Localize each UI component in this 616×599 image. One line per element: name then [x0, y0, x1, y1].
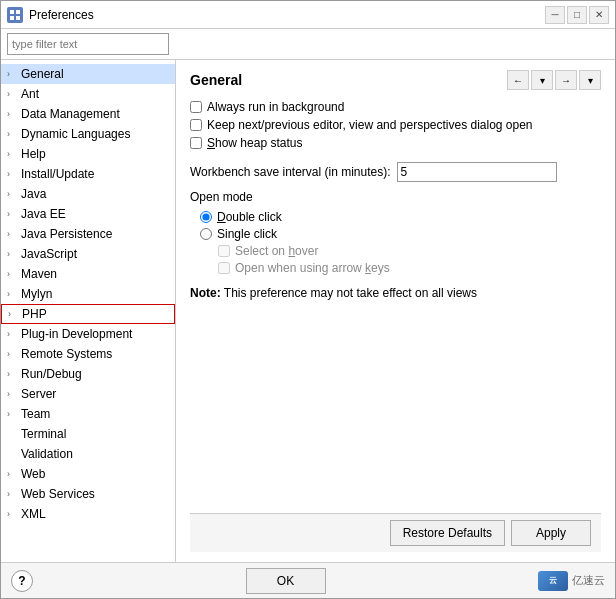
- sidebar-item-general[interactable]: › General: [1, 64, 175, 84]
- title-bar-left: Preferences: [7, 7, 94, 23]
- sidebar-item-label: Server: [21, 387, 56, 401]
- sidebar-item-label: Run/Debug: [21, 367, 82, 381]
- chevron-right-icon: ›: [7, 469, 17, 479]
- sidebar-item-ant[interactable]: › Ant: [1, 84, 175, 104]
- sidebar-item-dynamic-languages[interactable]: › Dynamic Languages: [1, 124, 175, 144]
- workbench-interval-input[interactable]: [397, 162, 557, 182]
- sub-options: Select on hover Open when using arrow ke…: [218, 244, 601, 278]
- sidebar-item-java[interactable]: › Java: [1, 184, 175, 204]
- show-heap-label: Show heap status: [207, 136, 302, 150]
- preferences-window: Preferences ─ □ ✕ › General › Ant › Data…: [0, 0, 616, 599]
- chevron-right-icon: ›: [7, 349, 17, 359]
- content-panel: General ← ▾ → ▾ Always run in background…: [176, 60, 615, 562]
- workbench-row: Workbench save interval (in minutes):: [190, 162, 601, 182]
- close-button[interactable]: ✕: [589, 6, 609, 24]
- svg-rect-1: [16, 10, 20, 14]
- sidebar-item-javascript[interactable]: › JavaScript: [1, 244, 175, 264]
- window-title: Preferences: [29, 8, 94, 22]
- chevron-right-icon: ›: [7, 489, 17, 499]
- sidebar-item-label: Plug-in Development: [21, 327, 132, 341]
- single-click-row: Single click: [200, 227, 601, 241]
- filter-bar: [1, 29, 615, 60]
- title-bar: Preferences ─ □ ✕: [1, 1, 615, 29]
- sidebar-item-label: Install/Update: [21, 167, 94, 181]
- always-run-bg-label: Always run in background: [207, 100, 344, 114]
- always-run-bg-checkbox[interactable]: [190, 101, 202, 113]
- sidebar-item-label: JavaScript: [21, 247, 77, 261]
- sidebar-item-label: Web: [21, 467, 45, 481]
- sidebar-item-label: PHP: [22, 307, 47, 321]
- show-heap-row: Show heap status: [190, 136, 601, 150]
- help-button[interactable]: ?: [11, 570, 33, 592]
- minimize-button[interactable]: ─: [545, 6, 565, 24]
- nav-arrows: ← ▾ → ▾: [507, 70, 601, 90]
- sidebar-item-run-debug[interactable]: › Run/Debug: [1, 364, 175, 384]
- sidebar-item-label: Web Services: [21, 487, 95, 501]
- sidebar-item-label: Java: [21, 187, 46, 201]
- sidebar-item-java-persistence[interactable]: › Java Persistence: [1, 224, 175, 244]
- keep-next-prev-checkbox[interactable]: [190, 119, 202, 131]
- sidebar-item-label: Java Persistence: [21, 227, 112, 241]
- chevron-right-icon: ›: [7, 509, 17, 519]
- sidebar-item-label: Remote Systems: [21, 347, 112, 361]
- sidebar-item-server[interactable]: › Server: [1, 384, 175, 404]
- sidebar-item-label: XML: [21, 507, 46, 521]
- sidebar-item-terminal[interactable]: › Terminal: [1, 424, 175, 444]
- brand-icon: 云: [538, 571, 568, 591]
- sidebar-item-label: Maven: [21, 267, 57, 281]
- back-arrow-button[interactable]: ←: [507, 70, 529, 90]
- sidebar-item-label: Dynamic Languages: [21, 127, 130, 141]
- always-run-bg-row: Always run in background: [190, 100, 601, 114]
- sidebar-item-php[interactable]: › PHP: [1, 304, 175, 324]
- chevron-right-icon: ›: [7, 129, 17, 139]
- apply-button[interactable]: Apply: [511, 520, 591, 546]
- restore-defaults-button[interactable]: Restore Defaults: [390, 520, 505, 546]
- sidebar-item-web-services[interactable]: › Web Services: [1, 484, 175, 504]
- chevron-right-icon: ›: [7, 69, 17, 79]
- chevron-right-icon: ›: [7, 149, 17, 159]
- sidebar-item-validation[interactable]: › Validation: [1, 444, 175, 464]
- sidebar-item-web[interactable]: › Web: [1, 464, 175, 484]
- chevron-right-icon: ›: [7, 209, 17, 219]
- chevron-right-icon: ›: [7, 409, 17, 419]
- sidebar-item-team[interactable]: › Team: [1, 404, 175, 424]
- sidebar-item-label: Validation: [21, 447, 73, 461]
- sidebar-item-java-ee[interactable]: › Java EE: [1, 204, 175, 224]
- sidebar-item-plug-in-development[interactable]: › Plug-in Development: [1, 324, 175, 344]
- select-on-hover-row: Select on hover: [218, 244, 601, 258]
- filter-input[interactable]: [7, 33, 169, 55]
- sidebar-item-data-management[interactable]: › Data Management: [1, 104, 175, 124]
- window-icon: [7, 7, 23, 23]
- sidebar-item-mylyn[interactable]: › Mylyn: [1, 284, 175, 304]
- chevron-right-icon: ›: [8, 309, 18, 319]
- workbench-label: Workbench save interval (in minutes):: [190, 165, 391, 179]
- sidebar-item-label: Help: [21, 147, 46, 161]
- sidebar-item-install-update[interactable]: › Install/Update: [1, 164, 175, 184]
- note-text: This preference may not take effect on a…: [224, 286, 477, 300]
- sidebar-item-maven[interactable]: › Maven: [1, 264, 175, 284]
- single-click-radio[interactable]: [200, 228, 212, 240]
- sidebar-item-label: Mylyn: [21, 287, 52, 301]
- sidebar-item-remote-systems[interactable]: › Remote Systems: [1, 344, 175, 364]
- double-click-radio[interactable]: [200, 211, 212, 223]
- sidebar-item-help[interactable]: › Help: [1, 144, 175, 164]
- sidebar-item-label: Java EE: [21, 207, 66, 221]
- sidebar-item-xml[interactable]: › XML: [1, 504, 175, 524]
- double-click-label: Double click: [217, 210, 282, 224]
- sidebar: › General › Ant › Data Management › Dyna…: [1, 60, 176, 562]
- note-row: Note: This preference may not take effec…: [190, 286, 601, 300]
- dropdown-arrow-button[interactable]: ▾: [531, 70, 553, 90]
- sidebar-item-label: Terminal: [21, 427, 66, 441]
- forward-dropdown-button[interactable]: ▾: [579, 70, 601, 90]
- forward-arrow-button[interactable]: →: [555, 70, 577, 90]
- open-arrow-keys-row: Open when using arrow keys: [218, 261, 601, 275]
- bottom-buttons: Restore Defaults Apply: [190, 513, 601, 552]
- open-arrow-keys-checkbox[interactable]: [218, 262, 230, 274]
- chevron-right-icon: ›: [7, 249, 17, 259]
- maximize-button[interactable]: □: [567, 6, 587, 24]
- show-heap-checkbox[interactable]: [190, 137, 202, 149]
- ok-button[interactable]: OK: [246, 568, 326, 594]
- select-on-hover-checkbox[interactable]: [218, 245, 230, 257]
- sidebar-item-label: Team: [21, 407, 50, 421]
- svg-rect-3: [16, 16, 20, 20]
